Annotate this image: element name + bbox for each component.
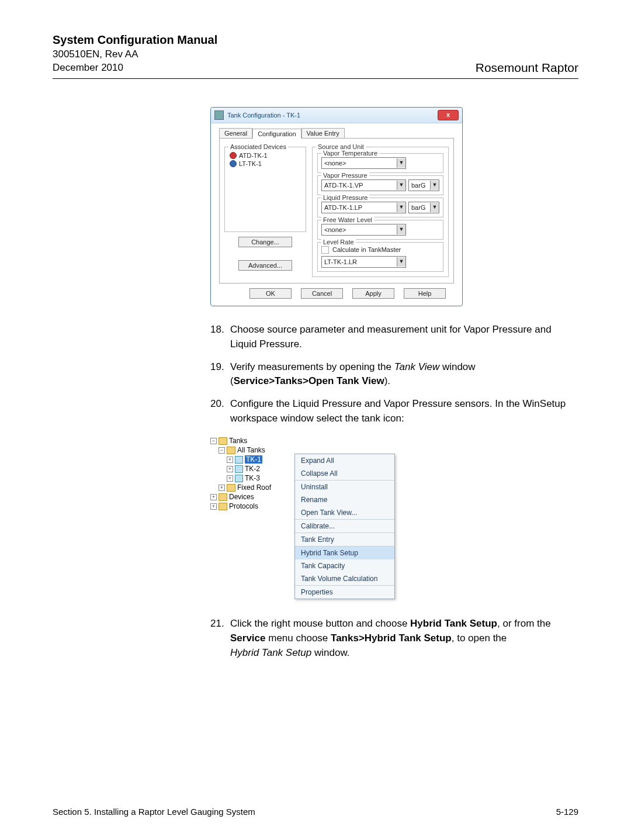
menu-hybrid-tank-setup[interactable]: Hybrid Tank Setup: [295, 547, 394, 559]
chevron-down-icon: ▼: [397, 181, 405, 190]
tree-label[interactable]: TK-3: [245, 474, 260, 482]
vapor-press-unit-combo[interactable]: barG ▼: [408, 179, 439, 191]
calc-tm-checkbox[interactable]: [321, 246, 329, 254]
calc-tm-label: Calculate in TankMaster: [332, 246, 401, 253]
page-footer: Section 5. Installing a Raptor Level Gau…: [53, 807, 578, 817]
dialog-title: Tank Configuration - TK-1: [227, 112, 438, 119]
tank-icon: [235, 465, 243, 473]
dialog-titlebar: Tank Configuration - TK-1 x: [211, 108, 462, 123]
level-rate-legend: Level Rate: [321, 238, 356, 246]
folder-icon: [219, 437, 227, 445]
combo-value: barG: [409, 204, 430, 211]
tank-icon: [235, 456, 243, 464]
vapor-temp-legend: Vapor Temperature: [321, 150, 379, 157]
associated-devices-fieldset: Associated Devices ATD-TK-1 LT-TK-1: [224, 147, 306, 232]
manual-title: System Configuration Manual: [53, 32, 217, 48]
menu-collapse-all[interactable]: Collapse All: [295, 467, 394, 480]
expand-icon[interactable]: +: [219, 485, 225, 491]
tree-label[interactable]: All Tanks: [237, 446, 265, 454]
header-left: System Configuration Manual 300510EN, Re…: [53, 32, 217, 75]
tank-icon: [235, 475, 243, 482]
tab-value-entry[interactable]: Value Entry: [301, 128, 345, 138]
step-text: Choose source parameter and measurement …: [230, 323, 578, 351]
free-water-combo[interactable]: <none> ▼: [321, 224, 406, 236]
combo-value: LT-TK-1.LR: [322, 258, 397, 265]
close-button[interactable]: x: [438, 110, 459, 120]
combo-value: barG: [409, 182, 430, 189]
level-rate-group: Level Rate Calculate in TankMaster LT-TK…: [317, 242, 443, 272]
step-text: Click the right mouse button and choose …: [230, 617, 578, 660]
free-water-group: Free Water Level <none> ▼: [317, 220, 443, 240]
menu-open-tank-view[interactable]: Open Tank View...: [295, 506, 394, 519]
ok-button[interactable]: OK: [249, 288, 292, 299]
tab-configuration[interactable]: Configuration: [252, 129, 301, 139]
menu-calibrate[interactable]: Calibrate...: [295, 520, 394, 533]
tree-label-selected[interactable]: TK-1: [245, 455, 262, 464]
expand-icon[interactable]: +: [210, 494, 217, 500]
apply-button[interactable]: Apply: [352, 288, 394, 299]
window-icon: [214, 110, 224, 120]
cancel-button[interactable]: Cancel: [301, 288, 343, 299]
combo-value: <none>: [322, 160, 397, 167]
vapor-temp-group: Vapor Temperature <none> ▼: [317, 153, 443, 173]
step-text: Verify measurements by opening the Tank …: [230, 360, 578, 389]
content-column: Tank Configuration - TK-1 x General Conf…: [210, 107, 578, 660]
vapor-temp-combo[interactable]: <none> ▼: [321, 157, 406, 169]
step-text: Configure the Liquid Pressure and Vapor …: [230, 397, 578, 426]
liquid-press-group: Liquid Pressure ATD-TK-1.LP ▼ barG ▼: [317, 198, 443, 217]
menu-properties[interactable]: Properties: [295, 586, 394, 599]
menu-rename[interactable]: Rename: [295, 493, 394, 506]
chevron-down-icon: ▼: [397, 225, 405, 234]
menu-uninstall[interactable]: Uninstall: [295, 481, 394, 493]
expand-icon[interactable]: +: [227, 475, 233, 482]
workspace-tree: −Tanks −All Tanks +TK-1 +TK-2 +TK-3 +Fix…: [210, 436, 292, 599]
collapse-icon[interactable]: −: [210, 438, 217, 444]
device-item[interactable]: LT-TK-1: [230, 160, 301, 167]
folder-icon: [227, 447, 235, 454]
tree-label[interactable]: Protocols: [229, 502, 258, 510]
associated-devices-legend: Associated Devices: [228, 143, 288, 150]
tree-label[interactable]: Fixed Roof: [237, 483, 271, 492]
calc-tm-row[interactable]: Calculate in TankMaster: [321, 246, 439, 254]
chevron-down-icon: ▼: [430, 203, 439, 212]
tab-general[interactable]: General: [219, 128, 252, 138]
device-icon: [230, 160, 237, 167]
folder-icon: [219, 493, 227, 501]
menu-tank-entry[interactable]: Tank Entry: [295, 533, 394, 546]
context-menu: Expand All Collapse All Uninstall Rename…: [294, 454, 395, 599]
menu-expand-all[interactable]: Expand All: [295, 454, 394, 467]
step-number: 19.: [210, 360, 230, 389]
doc-date: December 2010: [53, 61, 217, 75]
doc-number: 300510EN, Rev AA: [53, 48, 217, 61]
menu-tank-capacity[interactable]: Tank Capacity: [295, 559, 394, 572]
instruction-list: 18. Choose source parameter and measurem…: [210, 323, 578, 426]
vapor-press-combo[interactable]: ATD-TK-1.VP ▼: [321, 179, 406, 191]
chevron-down-icon: ▼: [397, 203, 405, 212]
device-item[interactable]: ATD-TK-1: [230, 152, 301, 159]
help-button[interactable]: Help: [404, 288, 446, 299]
collapse-icon[interactable]: −: [219, 447, 225, 454]
expand-icon[interactable]: +: [210, 503, 217, 510]
level-rate-combo[interactable]: LT-TK-1.LR ▼: [321, 256, 406, 268]
advanced-button[interactable]: Advanced...: [238, 260, 292, 271]
change-button[interactable]: Change...: [238, 237, 292, 247]
config-panel: Associated Devices ATD-TK-1 LT-TK-1 Chan…: [219, 138, 454, 284]
menu-tank-volume-calc[interactable]: Tank Volume Calculation: [295, 572, 394, 585]
expand-icon[interactable]: +: [227, 466, 233, 472]
tank-config-dialog: Tank Configuration - TK-1 x General Conf…: [210, 107, 463, 307]
step-number: 18.: [210, 323, 230, 351]
page-header: System Configuration Manual 300510EN, Re…: [53, 32, 578, 79]
chevron-down-icon: ▼: [430, 181, 439, 190]
device-label: LT-TK-1: [239, 160, 262, 167]
tree-label[interactable]: TK-2: [245, 465, 260, 473]
combo-value: <none>: [322, 226, 397, 233]
chevron-down-icon: ▼: [397, 257, 405, 267]
tree-label[interactable]: Devices: [229, 493, 254, 501]
tree-label[interactable]: Tanks: [229, 437, 247, 445]
liquid-press-unit-combo[interactable]: barG ▼: [408, 202, 439, 213]
tree-context-figure: −Tanks −All Tanks +TK-1 +TK-2 +TK-3 +Fix…: [210, 436, 578, 599]
footer-section: Section 5. Installing a Raptor Level Gau…: [53, 807, 255, 817]
tabs: General Configuration Value Entry: [219, 128, 454, 138]
expand-icon[interactable]: +: [227, 457, 233, 463]
liquid-press-combo[interactable]: ATD-TK-1.LP ▼: [321, 202, 406, 213]
